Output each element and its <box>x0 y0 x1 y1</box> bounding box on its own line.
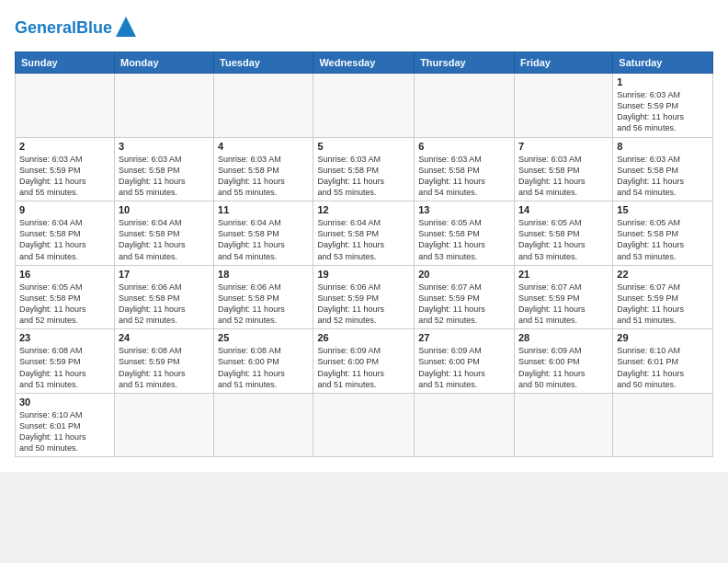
day-number: 10 <box>119 204 210 215</box>
weekday-wednesday: Wednesday <box>313 52 415 74</box>
day-number: 2 <box>19 141 110 152</box>
week-row-2: 9Sunrise: 6:04 AM Sunset: 5:58 PM Daylig… <box>16 201 713 266</box>
day-number: 19 <box>317 269 410 280</box>
day-info: Sunrise: 6:04 AM Sunset: 5:58 PM Dayligh… <box>119 217 210 262</box>
day-cell: 2Sunrise: 6:03 AM Sunset: 5:59 PM Daylig… <box>16 137 115 201</box>
day-cell <box>214 393 313 457</box>
header: GeneralBlue <box>15 15 713 40</box>
day-info: Sunrise: 6:03 AM Sunset: 5:58 PM Dayligh… <box>317 154 410 199</box>
day-number: 22 <box>617 269 709 280</box>
day-cell: 23Sunrise: 6:08 AM Sunset: 5:59 PM Dayli… <box>16 329 115 394</box>
weekday-thursday: Thursday <box>415 52 515 74</box>
day-cell: 12Sunrise: 6:04 AM Sunset: 5:58 PM Dayli… <box>313 201 415 266</box>
day-cell <box>415 74 515 138</box>
day-number: 28 <box>518 332 609 343</box>
day-info: Sunrise: 6:03 AM Sunset: 5:58 PM Dayligh… <box>518 154 609 199</box>
day-cell: 10Sunrise: 6:04 AM Sunset: 5:58 PM Dayli… <box>114 201 213 266</box>
day-info: Sunrise: 6:08 AM Sunset: 5:59 PM Dayligh… <box>119 345 210 390</box>
week-row-5: 30Sunrise: 6:10 AM Sunset: 6:01 PM Dayli… <box>16 393 713 457</box>
day-info: Sunrise: 6:05 AM Sunset: 5:58 PM Dayligh… <box>617 217 709 262</box>
logo-wordmark: GeneralBlue <box>15 15 136 40</box>
day-cell: 7Sunrise: 6:03 AM Sunset: 5:58 PM Daylig… <box>514 137 612 201</box>
day-cell: 28Sunrise: 6:09 AM Sunset: 6:00 PM Dayli… <box>514 329 612 394</box>
day-info: Sunrise: 6:06 AM Sunset: 5:59 PM Dayligh… <box>317 282 410 327</box>
day-number: 9 <box>19 204 110 215</box>
logo-general: General <box>15 18 76 37</box>
day-info: Sunrise: 6:09 AM Sunset: 6:00 PM Dayligh… <box>317 345 410 390</box>
day-info: Sunrise: 6:07 AM Sunset: 5:59 PM Dayligh… <box>518 282 609 327</box>
day-cell: 22Sunrise: 6:07 AM Sunset: 5:59 PM Dayli… <box>613 265 713 329</box>
weekday-saturday: Saturday <box>613 52 713 74</box>
day-number: 20 <box>418 269 510 280</box>
week-row-1: 2Sunrise: 6:03 AM Sunset: 5:59 PM Daylig… <box>16 137 713 201</box>
day-number: 18 <box>218 269 309 280</box>
day-info: Sunrise: 6:03 AM Sunset: 5:59 PM Dayligh… <box>19 154 110 199</box>
day-info: Sunrise: 6:05 AM Sunset: 5:58 PM Dayligh… <box>19 282 110 327</box>
day-number: 29 <box>617 332 709 343</box>
day-cell: 4Sunrise: 6:03 AM Sunset: 5:58 PM Daylig… <box>214 137 313 201</box>
day-cell: 25Sunrise: 6:08 AM Sunset: 6:00 PM Dayli… <box>214 329 313 394</box>
day-info: Sunrise: 6:10 AM Sunset: 6:01 PM Dayligh… <box>19 409 110 454</box>
day-number: 21 <box>518 269 609 280</box>
day-cell: 30Sunrise: 6:10 AM Sunset: 6:01 PM Dayli… <box>16 393 115 457</box>
day-number: 7 <box>518 141 609 152</box>
week-row-4: 23Sunrise: 6:08 AM Sunset: 5:59 PM Dayli… <box>16 329 713 394</box>
day-cell <box>313 74 415 138</box>
day-cell: 26Sunrise: 6:09 AM Sunset: 6:00 PM Dayli… <box>313 329 415 394</box>
day-cell: 20Sunrise: 6:07 AM Sunset: 5:59 PM Dayli… <box>415 265 515 329</box>
day-cell: 19Sunrise: 6:06 AM Sunset: 5:59 PM Dayli… <box>313 265 415 329</box>
svg-marker-0 <box>116 17 136 37</box>
day-number: 23 <box>19 332 110 343</box>
day-info: Sunrise: 6:06 AM Sunset: 5:58 PM Dayligh… <box>218 282 309 327</box>
weekday-tuesday: Tuesday <box>214 52 313 74</box>
day-number: 11 <box>218 204 309 215</box>
day-cell <box>16 74 115 138</box>
day-info: Sunrise: 6:08 AM Sunset: 6:00 PM Dayligh… <box>218 345 309 390</box>
day-info: Sunrise: 6:09 AM Sunset: 6:00 PM Dayligh… <box>518 345 609 390</box>
day-number: 16 <box>19 269 110 280</box>
weekday-sunday: Sunday <box>16 52 115 74</box>
logo-blue: Blue <box>76 18 112 37</box>
day-number: 25 <box>218 332 309 343</box>
day-info: Sunrise: 6:07 AM Sunset: 5:59 PM Dayligh… <box>617 282 709 327</box>
day-info: Sunrise: 6:03 AM Sunset: 5:58 PM Dayligh… <box>119 154 210 199</box>
day-cell: 27Sunrise: 6:09 AM Sunset: 6:00 PM Dayli… <box>415 329 515 394</box>
day-cell: 11Sunrise: 6:04 AM Sunset: 5:58 PM Dayli… <box>214 201 313 266</box>
day-cell: 6Sunrise: 6:03 AM Sunset: 5:58 PM Daylig… <box>415 137 515 201</box>
day-number: 26 <box>317 332 410 343</box>
weekday-friday: Friday <box>514 52 612 74</box>
day-info: Sunrise: 6:04 AM Sunset: 5:58 PM Dayligh… <box>218 217 309 262</box>
day-number: 8 <box>617 141 709 152</box>
day-info: Sunrise: 6:03 AM Sunset: 5:59 PM Dayligh… <box>617 89 709 134</box>
day-cell <box>313 393 415 457</box>
day-cell <box>514 393 612 457</box>
day-number: 30 <box>19 396 110 408</box>
day-cell: 13Sunrise: 6:05 AM Sunset: 5:58 PM Dayli… <box>415 201 515 266</box>
day-number: 5 <box>317 141 410 152</box>
day-number: 4 <box>218 141 309 152</box>
day-info: Sunrise: 6:08 AM Sunset: 5:59 PM Dayligh… <box>19 345 110 390</box>
day-cell: 5Sunrise: 6:03 AM Sunset: 5:58 PM Daylig… <box>313 137 415 201</box>
logo-icon <box>116 17 136 40</box>
day-number: 24 <box>119 332 210 343</box>
day-info: Sunrise: 6:07 AM Sunset: 5:59 PM Dayligh… <box>418 282 510 327</box>
day-cell: 16Sunrise: 6:05 AM Sunset: 5:58 PM Dayli… <box>16 265 115 329</box>
day-cell: 24Sunrise: 6:08 AM Sunset: 5:59 PM Dayli… <box>114 329 213 394</box>
day-number: 15 <box>617 204 709 215</box>
page: GeneralBlue SundayMondayTuesdayWednesday… <box>0 0 728 472</box>
day-cell <box>114 74 213 138</box>
day-number: 3 <box>119 141 210 152</box>
day-cell <box>214 74 313 138</box>
day-cell: 14Sunrise: 6:05 AM Sunset: 5:58 PM Dayli… <box>514 201 612 266</box>
day-cell: 21Sunrise: 6:07 AM Sunset: 5:59 PM Dayli… <box>514 265 612 329</box>
day-info: Sunrise: 6:04 AM Sunset: 5:58 PM Dayligh… <box>317 217 410 262</box>
day-number: 27 <box>418 332 510 343</box>
weekday-header-row: SundayMondayTuesdayWednesdayThursdayFrid… <box>16 52 713 74</box>
week-row-0: 1Sunrise: 6:03 AM Sunset: 5:59 PM Daylig… <box>16 74 713 138</box>
day-number: 12 <box>317 204 410 215</box>
day-info: Sunrise: 6:03 AM Sunset: 5:58 PM Dayligh… <box>218 154 309 199</box>
day-cell: 1Sunrise: 6:03 AM Sunset: 5:59 PM Daylig… <box>613 74 713 138</box>
day-cell <box>514 74 612 138</box>
day-cell <box>114 393 213 457</box>
day-info: Sunrise: 6:03 AM Sunset: 5:58 PM Dayligh… <box>617 154 709 199</box>
